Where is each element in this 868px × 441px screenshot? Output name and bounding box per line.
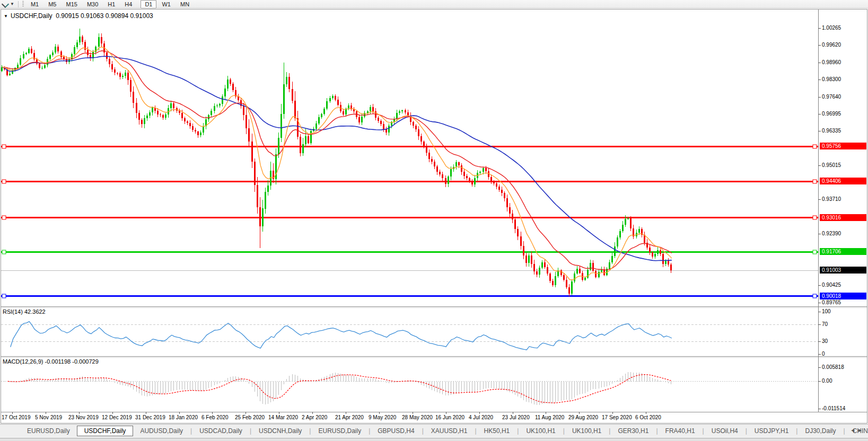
date-label-23-jul-2020: 23 Jul 2020 xyxy=(502,414,530,420)
hline-handle-right xyxy=(813,145,817,148)
date-label-21-apr-2020: 21 Apr 2020 xyxy=(335,414,364,420)
chart-tab-dj30-daily[interactable]: DJ30,Daily xyxy=(798,426,843,436)
timeframe-button-m30[interactable]: M30 xyxy=(83,0,102,8)
chart-tab-uk100-h1[interactable]: UK100,H1 xyxy=(519,426,562,436)
date-label-29-aug-2020: 29 Aug 2020 xyxy=(568,414,598,420)
hline-handle-right xyxy=(813,180,817,183)
chart-tab-ger30-h1[interactable]: GER30,H1 xyxy=(611,426,655,436)
rsi-tick-0: 0 xyxy=(822,351,825,357)
macd-tick--0.011514: -0.011514 xyxy=(822,405,845,411)
timeframe-toolbar: ▼ M1M5M15M30H1H4D1W1MN xyxy=(0,0,868,8)
date-label-31-dec-2019: 31 Dec 2019 xyxy=(135,414,165,420)
date-label-17-sep-2020: 17 Sep 2020 xyxy=(602,414,632,420)
collapse-triangle-icon[interactable]: ▼ xyxy=(4,14,8,19)
chevron-down-icon[interactable]: ▼ xyxy=(10,2,14,6)
scroll-left-icon: ◄ xyxy=(850,427,857,433)
hline-handle-left xyxy=(2,294,6,298)
toolbar-separator xyxy=(18,1,19,7)
macd-label: MACD(12,26,9) -0.001198 -0.000729 xyxy=(3,358,99,365)
price-badge-0.91003: 0.91003 xyxy=(820,267,866,274)
date-label-6-feb-2020: 6 Feb 2020 xyxy=(201,414,229,420)
hline-handle-right xyxy=(813,294,817,298)
toolbar-grip[interactable] xyxy=(22,1,24,7)
hline-handle-right xyxy=(813,250,817,254)
macd-tick-0.005818: 0.005818 xyxy=(822,364,844,370)
price-badge-0.90018: 0.90018 xyxy=(820,293,866,299)
date-label-16-jun-2020: 16 Jun 2020 xyxy=(435,414,464,420)
price-badge-0.93016: 0.93016 xyxy=(820,214,866,221)
price-badge-0.91706: 0.91706 xyxy=(820,248,866,255)
price-tick-0.92390: 0.92390 xyxy=(822,231,841,236)
chart-tab-uk100-h1[interactable]: UK100,H1 xyxy=(565,426,608,436)
chart-tab-eurusd-daily[interactable]: EURUSD,Daily xyxy=(311,426,368,436)
price-tick-0.95015: 0.95015 xyxy=(822,162,841,168)
price-tick-0.98300: 0.98300 xyxy=(822,76,841,82)
chart-tab-usdjpy-h1[interactable]: USDJPY,H1 xyxy=(748,426,795,436)
timeframe-button-w1[interactable]: W1 xyxy=(157,0,175,8)
date-label-11-aug-2020: 11 Aug 2020 xyxy=(535,414,564,420)
hline-handle-left xyxy=(2,180,6,183)
timeframe-button-m1[interactable]: M1 xyxy=(27,0,43,8)
timeframe-button-mn[interactable]: MN xyxy=(176,0,194,8)
chart-title: ▼USDCHF,Daily 0.90915 0.91063 0.90894 0.… xyxy=(4,12,153,20)
chart-ohlc-values: 0.90915 0.91063 0.90894 0.91003 xyxy=(56,12,153,20)
chart-tab-audusd-daily[interactable]: AUDUSD,Daily xyxy=(133,426,190,436)
date-label-23-nov-2019: 23 Nov 2019 xyxy=(68,414,99,420)
date-label-14-mar-2020: 14 Mar 2020 xyxy=(268,414,298,420)
rsi-tick-30: 30 xyxy=(822,338,828,344)
price-chart-canvas[interactable] xyxy=(0,9,868,424)
chart-symbol: USDCHF,Daily xyxy=(11,12,52,20)
hline-handle-right xyxy=(813,216,817,219)
date-label-4-jul-2020: 4 Jul 2020 xyxy=(469,414,493,420)
macd-tick-0.00: 0.00 xyxy=(822,378,832,384)
price-badge-0.95756: 0.95756 xyxy=(820,143,866,149)
date-label-28-may-2020: 28 May 2020 xyxy=(402,414,433,420)
price-tick-0.96995: 0.96995 xyxy=(822,111,841,117)
cursor-tool-icon[interactable] xyxy=(2,1,8,7)
price-tick-1.00265: 1.00265 xyxy=(822,25,841,31)
scroll-right-icon: ► xyxy=(857,427,865,433)
price-badge-0.94406: 0.94406 xyxy=(820,178,866,184)
rsi-label: RSI(14) 42.3622 xyxy=(3,308,46,315)
price-tick-0.98960: 0.98960 xyxy=(822,59,841,65)
timeframe-button-h4[interactable]: H4 xyxy=(120,0,136,8)
chart-tab-gbpusd-h4[interactable]: GBPUSD,H4 xyxy=(371,426,421,436)
date-label-6-oct-2020: 6 Oct 2020 xyxy=(635,414,661,420)
date-label-25-feb-2020: 25 Feb 2020 xyxy=(235,414,265,420)
tab-scroll-arrows[interactable]: ◄► xyxy=(850,427,865,433)
chart-tab-usdcad-daily[interactable]: USDCAD,Daily xyxy=(192,426,249,436)
chart-tab-usdchf-daily[interactable]: USDCHF,Daily xyxy=(77,426,134,436)
timeframe-buttons: M1M5M15M30H1H4D1W1MN xyxy=(26,1,194,7)
price-tick-0.97640: 0.97640 xyxy=(822,94,841,100)
date-label-18-jan-2020: 18 Jan 2020 xyxy=(169,414,198,420)
chart-tab-hk50-h1[interactable]: HK50,H1 xyxy=(477,426,517,436)
hline-handle-left xyxy=(2,250,6,254)
chart-tab-usoil-h4[interactable]: USOil,H4 xyxy=(705,426,745,436)
date-label-12-dec-2019: 12 Dec 2019 xyxy=(102,414,132,420)
timeframe-button-m5[interactable]: M5 xyxy=(44,0,60,8)
date-label-2-apr-2020: 2 Apr 2020 xyxy=(302,414,327,420)
price-tick-0.90425: 0.90425 xyxy=(822,282,841,288)
chart-tab-usdcnh-daily[interactable]: USDCNH,Daily xyxy=(252,426,309,436)
rsi-tick-100: 100 xyxy=(822,308,831,314)
date-label-5-nov-2019: 5 Nov 2019 xyxy=(35,414,62,420)
hline-handle-left xyxy=(2,145,6,148)
timeframe-button-d1[interactable]: D1 xyxy=(141,0,156,8)
chart-tab-eurusd-daily[interactable]: EURUSD,Daily xyxy=(20,426,77,436)
status-strip xyxy=(0,438,868,441)
date-label-17-oct-2019: 17 Oct 2019 xyxy=(2,414,30,420)
chart-tab-fra40-h1[interactable]: FRA40,H1 xyxy=(659,426,702,436)
hline-handle-left xyxy=(2,216,6,219)
mt4-terminal: ▼ M1M5M15M30H1H4D1W1MN ▼USDCHF,Daily 0.9… xyxy=(0,0,868,441)
price-tick-0.89765: 0.89765 xyxy=(822,299,841,305)
timeframe-button-m15[interactable]: M15 xyxy=(62,0,81,8)
price-tick-0.99620: 0.99620 xyxy=(822,42,841,48)
rsi-tick-70: 70 xyxy=(822,321,828,327)
date-label-9-may-2020: 9 May 2020 xyxy=(369,414,396,420)
timeframe-button-h1[interactable]: H1 xyxy=(103,0,119,8)
price-tick-0.93710: 0.93710 xyxy=(822,196,841,202)
chart-tab-xauusd-h1[interactable]: XAUUSD,H1 xyxy=(424,426,475,436)
price-tick-0.96335: 0.96335 xyxy=(822,128,841,134)
chart-tabs-bar: EURUSD,DailyUSDCHF,DailyAUDUSD,Daily|USD… xyxy=(0,424,868,437)
chart-window: ▼USDCHF,Daily 0.90915 0.91063 0.90894 0.… xyxy=(0,9,868,424)
